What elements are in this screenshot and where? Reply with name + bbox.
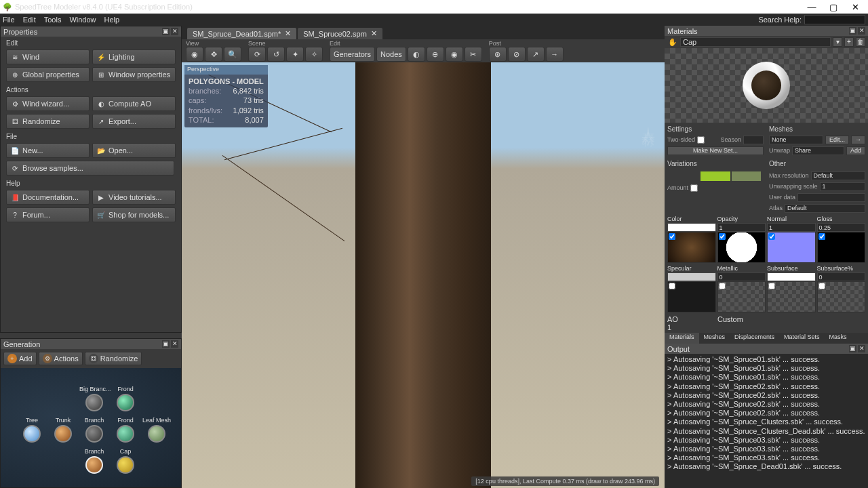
edit-tool-3[interactable]: ◉ bbox=[446, 47, 463, 62]
mesh-select[interactable]: None bbox=[769, 136, 823, 144]
mat-del[interactable]: 🗑 bbox=[856, 37, 865, 47]
menu-tools[interactable]: Tools bbox=[44, 16, 62, 24]
tab-masks[interactable]: Masks bbox=[825, 333, 852, 344]
color-value[interactable] bbox=[667, 223, 716, 232]
export-button[interactable]: ↗Export... bbox=[92, 114, 176, 129]
open-button[interactable]: 📂Open... bbox=[92, 143, 176, 158]
scene-tool-4[interactable]: ✧ bbox=[305, 47, 323, 62]
mesh-edit-button[interactable]: Edit... bbox=[825, 136, 849, 144]
subsurface-value[interactable] bbox=[767, 272, 816, 281]
node-leafmesh[interactable]: Leaf Mesh bbox=[142, 417, 172, 443]
pin-icon[interactable]: ▣ bbox=[849, 27, 856, 35]
mesh-arrow-button[interactable]: → bbox=[851, 136, 865, 144]
gen-actions-button[interactable]: ⚙Actions bbox=[39, 352, 83, 365]
edit-tool-2[interactable]: ⊕ bbox=[427, 47, 444, 62]
view-orbit-button[interactable]: ◉ bbox=[186, 47, 203, 62]
close-icon[interactable]: ✕ bbox=[858, 345, 865, 352]
pin-icon[interactable]: ▣ bbox=[849, 345, 856, 352]
node-frond1[interactable]: Frond bbox=[111, 386, 140, 411]
specular-tex[interactable] bbox=[667, 281, 716, 312]
node-cap[interactable]: Cap bbox=[111, 448, 140, 474]
tab-materialsets[interactable]: Material Sets bbox=[779, 333, 825, 344]
global-props-button[interactable]: ⊕Global properties bbox=[6, 67, 90, 82]
mat-add[interactable]: + bbox=[844, 37, 854, 47]
scene-tool-1[interactable]: ⟳ bbox=[248, 47, 266, 62]
shop-button[interactable]: 🛒Shop for models... bbox=[92, 207, 176, 222]
node-frond2[interactable]: Frond bbox=[111, 417, 140, 443]
close-icon[interactable]: ✕ bbox=[858, 27, 865, 35]
unwrapscale-field[interactable]: 1 bbox=[820, 182, 865, 191]
menu-file[interactable]: File bbox=[3, 16, 15, 24]
metallic-tex[interactable] bbox=[717, 281, 766, 312]
edit-tool-4[interactable]: ✂ bbox=[465, 47, 482, 62]
close-button[interactable]: ✕ bbox=[845, 2, 865, 12]
scene-tool-3[interactable]: ✦ bbox=[286, 47, 304, 62]
subsurfacepct-value[interactable]: 0 bbox=[817, 272, 866, 281]
subsurface-tex[interactable] bbox=[767, 281, 816, 312]
ao-value[interactable]: 1 bbox=[667, 323, 716, 331]
browse-samples-button[interactable]: ⟳Browse samples... bbox=[6, 161, 174, 176]
menu-help[interactable]: Help bbox=[104, 16, 120, 24]
gen-add-button[interactable]: +Add bbox=[3, 352, 37, 365]
opacity-value[interactable]: 1 bbox=[717, 223, 766, 232]
amount-check[interactable] bbox=[690, 184, 698, 192]
generators-toggle[interactable]: Generators bbox=[330, 47, 375, 62]
generation-graph[interactable]: Tree Trunk Big Branc... Branch Frond Fro… bbox=[1, 368, 181, 487]
twosided-check[interactable] bbox=[697, 136, 705, 144]
viewport[interactable]: www.rrcg.cn 人人素材 Perspective POLYGONS - … bbox=[182, 62, 665, 488]
node-bigbranch[interactable]: Big Branc... bbox=[79, 386, 109, 411]
menu-window[interactable]: Window bbox=[69, 16, 96, 24]
maximize-button[interactable]: ▢ bbox=[823, 2, 844, 12]
videos-button[interactable]: ▶Video tutorials... bbox=[92, 190, 176, 205]
edit-tool-1[interactable]: ◐ bbox=[408, 47, 425, 62]
minimize-button[interactable]: — bbox=[802, 2, 822, 12]
make-new-set-button[interactable]: Make New Set... bbox=[667, 146, 764, 155]
wind-wizard-button[interactable]: ⚙Wind wizard... bbox=[6, 96, 90, 111]
docs-button[interactable]: 📕Documentation... bbox=[6, 190, 90, 205]
node-trunk[interactable]: Trunk bbox=[48, 417, 78, 443]
view-zoom-button[interactable]: 🔍 bbox=[224, 47, 241, 62]
tab-displacements[interactable]: Displacements bbox=[730, 333, 779, 344]
forum-button[interactable]: ?Forum... bbox=[6, 207, 90, 222]
hand-icon[interactable]: ✋ bbox=[667, 37, 678, 47]
new-button[interactable]: 📄New... bbox=[6, 143, 90, 158]
tab-spruce02[interactable]: SM_Spruce02.spm✕ bbox=[298, 28, 382, 39]
window-props-button[interactable]: ⊞Window properties bbox=[92, 67, 176, 82]
metallic-value[interactable]: 0 bbox=[717, 272, 766, 281]
tab-spruce-dead[interactable]: SM_Spruce_Dead01.spm*✕ bbox=[187, 28, 296, 39]
nodes-toggle[interactable]: Nodes bbox=[376, 47, 406, 62]
close-icon[interactable]: ✕ bbox=[285, 29, 291, 38]
node-branch2[interactable]: Branch bbox=[79, 448, 109, 474]
gloss-value[interactable]: 0.25 bbox=[817, 223, 866, 232]
variation-swatches[interactable] bbox=[667, 170, 764, 182]
specular-value[interactable] bbox=[667, 272, 716, 281]
tab-materials[interactable]: Materials bbox=[665, 333, 699, 344]
normal-value[interactable]: 1 bbox=[767, 223, 816, 232]
opacity-tex[interactable] bbox=[717, 232, 766, 263]
mat-dropdown[interactable]: ▾ bbox=[833, 37, 842, 47]
maxres-field[interactable]: Default bbox=[811, 171, 865, 180]
gloss-tex[interactable] bbox=[817, 232, 866, 263]
color-tex[interactable] bbox=[667, 232, 716, 263]
post-tool-4[interactable]: → bbox=[546, 47, 564, 62]
menu-edit[interactable]: Edit bbox=[23, 16, 36, 24]
lighting-button[interactable]: ⚡Lighting bbox=[92, 49, 176, 64]
unwrap-select[interactable]: Share bbox=[792, 146, 844, 155]
pin-icon[interactable]: ▣ bbox=[162, 28, 170, 35]
post-tool-2[interactable]: ⊘ bbox=[508, 47, 526, 62]
scene-tool-2[interactable]: ↺ bbox=[267, 47, 285, 62]
pin-icon[interactable]: ▣ bbox=[162, 340, 170, 348]
post-tool-1[interactable]: ⊛ bbox=[489, 47, 507, 62]
view-pan-button[interactable]: ✥ bbox=[205, 47, 222, 62]
atlas-field[interactable]: Default bbox=[785, 204, 865, 213]
subsurfacepct-tex[interactable] bbox=[817, 281, 866, 312]
normal-tex[interactable] bbox=[767, 232, 816, 263]
material-name-input[interactable] bbox=[680, 37, 831, 47]
userdata-field[interactable] bbox=[797, 193, 865, 202]
compute-ao-button[interactable]: ◐Compute AO bbox=[92, 96, 176, 111]
gen-randomize-button[interactable]: ⚃Randomize bbox=[85, 352, 142, 365]
search-input[interactable] bbox=[804, 15, 865, 24]
tab-meshes[interactable]: Meshes bbox=[699, 333, 730, 344]
wind-button[interactable]: ≋Wind bbox=[6, 49, 90, 64]
close-icon[interactable]: ✕ bbox=[171, 28, 178, 35]
